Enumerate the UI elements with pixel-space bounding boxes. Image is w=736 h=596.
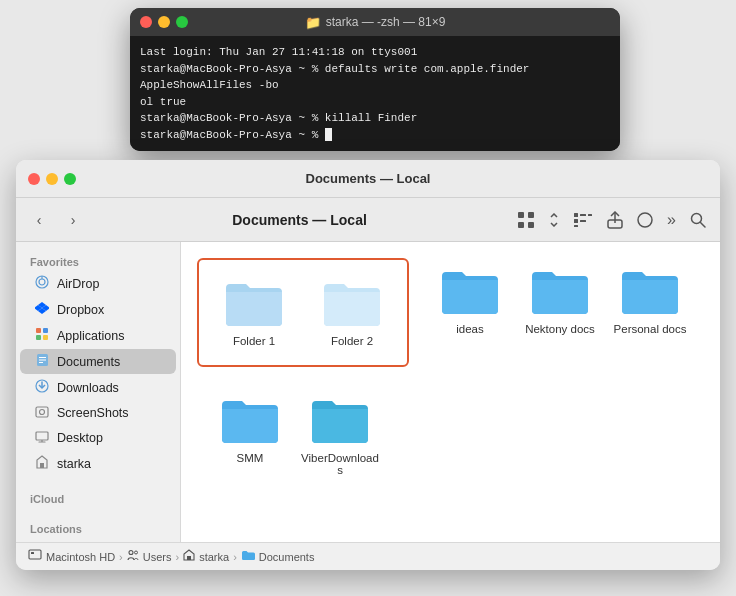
forward-button[interactable]: › xyxy=(60,207,86,233)
sidebar-item-documents[interactable]: Documents xyxy=(20,349,176,374)
search-icon[interactable] xyxy=(686,208,710,232)
desktop-label: Desktop xyxy=(57,431,103,445)
finder-zoom-btn[interactable] xyxy=(64,173,76,185)
desktop-icon xyxy=(34,430,50,446)
svg-rect-40 xyxy=(31,552,34,554)
documents-label: Documents xyxy=(57,355,120,369)
selection-group: Folder 1 Folder 2 xyxy=(197,258,409,367)
terminal-minimize-btn[interactable] xyxy=(158,16,170,28)
sidebar-item-downloads[interactable]: Downloads xyxy=(20,375,176,400)
folder1-label: Folder 1 xyxy=(233,335,275,347)
sidebar-item-starka[interactable]: starka xyxy=(20,451,176,476)
sidebar-item-applications[interactable]: Applications xyxy=(20,323,176,348)
terminal-line-2: starka@MacBook-Pro-Asya ~ % defaults wri… xyxy=(140,61,610,94)
more-icon[interactable]: » xyxy=(663,207,680,233)
terminal-folder-icon: 📁 xyxy=(305,15,321,30)
breadcrumb-documents[interactable]: Documents xyxy=(241,549,315,564)
airdrop-icon xyxy=(34,275,50,292)
finder-window: Documents — Local ‹ › Documents — Local … xyxy=(16,160,720,570)
terminal-body[interactable]: Last login: Thu Jan 27 11:41:18 on ttys0… xyxy=(130,36,620,151)
folder2-icon xyxy=(322,278,382,330)
finder-toolbar: ‹ › Documents — Local » xyxy=(16,198,720,242)
applications-icon xyxy=(34,327,50,344)
view-chevron[interactable] xyxy=(545,209,563,231)
sidebar: Favorites AirDrop Dropbox Applications xyxy=(16,242,181,542)
folder2-label: Folder 2 xyxy=(331,335,373,347)
favorites-label: Favorites xyxy=(16,250,180,270)
nektony-label: Nektony docs xyxy=(525,323,595,335)
folder-item-personal[interactable]: Personal docs xyxy=(605,258,695,343)
svg-rect-1 xyxy=(528,212,534,218)
downloads-icon xyxy=(34,379,50,396)
terminal-line-1: Last login: Thu Jan 27 11:41:18 on ttys0… xyxy=(140,44,610,61)
view-icon-grid[interactable] xyxy=(513,207,539,233)
breadcrumb-starka[interactable]: starka xyxy=(183,549,229,564)
breadcrumb-users[interactable]: Users xyxy=(127,549,172,564)
svg-rect-22 xyxy=(43,328,48,333)
svg-rect-23 xyxy=(36,335,41,340)
finder-close-btn[interactable] xyxy=(28,173,40,185)
svg-rect-24 xyxy=(43,335,48,340)
hd-label: Macintosh HD xyxy=(46,551,115,563)
tag-icon[interactable] xyxy=(633,208,657,232)
applications-label: Applications xyxy=(57,329,124,343)
folder-item-ideas[interactable]: ideas xyxy=(425,258,515,343)
file-row-1: Folder 1 Folder 2 xyxy=(197,258,704,379)
svg-rect-8 xyxy=(580,220,586,222)
folder-item-folder2[interactable]: Folder 2 xyxy=(307,270,397,355)
file-area: Folder 1 Folder 2 xyxy=(181,242,720,542)
sidebar-item-desktop[interactable]: Desktop xyxy=(20,426,176,450)
group-icon[interactable] xyxy=(569,208,597,232)
starka-icon xyxy=(34,455,50,472)
file-row-2: SMM ViberDownloads xyxy=(197,387,704,484)
finder-body: Favorites AirDrop Dropbox Applications xyxy=(16,242,720,542)
sidebar-item-screenshots[interactable]: ScreenShots xyxy=(20,401,176,425)
svg-point-11 xyxy=(638,213,652,227)
dropbox-label: Dropbox xyxy=(57,303,104,317)
svg-rect-0 xyxy=(518,212,524,218)
users-icon xyxy=(127,549,139,564)
folder-item-nektony[interactable]: Nektony docs xyxy=(515,258,605,343)
svg-line-13 xyxy=(701,222,706,227)
ideas-icon xyxy=(440,266,500,318)
sidebar-item-airdrop[interactable]: AirDrop xyxy=(20,271,176,296)
toolbar-icons: » xyxy=(513,207,710,233)
hd-icon xyxy=(28,549,42,564)
terminal-window: 📁 starka — -zsh — 81×9 Last login: Thu J… xyxy=(130,8,620,151)
breadcrumb-hd[interactable]: Macintosh HD xyxy=(28,549,115,564)
screenshots-icon xyxy=(34,405,50,421)
sep1: › xyxy=(119,551,123,563)
screenshots-label: ScreenShots xyxy=(57,406,129,420)
svg-rect-7 xyxy=(580,214,586,216)
breadcrumb-bar: Macintosh HD › Users › starka › Document… xyxy=(16,542,720,570)
dropbox-icon xyxy=(34,301,50,318)
folder-item-folder1[interactable]: Folder 1 xyxy=(209,270,299,355)
terminal-close-btn[interactable] xyxy=(140,16,152,28)
folder-item-viber[interactable]: ViberDownloads xyxy=(295,387,385,484)
svg-point-42 xyxy=(134,551,137,554)
viber-label: ViberDownloads xyxy=(299,452,381,476)
svg-point-41 xyxy=(129,551,133,555)
terminal-line-5: starka@MacBook-Pro-Asya ~ % xyxy=(140,127,610,144)
svg-rect-33 xyxy=(36,432,48,440)
sidebar-item-dropbox[interactable]: Dropbox xyxy=(20,297,176,322)
nektony-icon xyxy=(530,266,590,318)
svg-rect-4 xyxy=(574,213,578,217)
svg-rect-5 xyxy=(574,219,578,223)
terminal-line-4: starka@MacBook-Pro-Asya ~ % killall Find… xyxy=(140,110,610,127)
locations-label: Locations xyxy=(16,517,180,537)
svg-rect-21 xyxy=(36,328,41,333)
users-label: Users xyxy=(143,551,172,563)
back-button[interactable]: ‹ xyxy=(26,207,52,233)
terminal-zoom-btn[interactable] xyxy=(176,16,188,28)
smm-label: SMM xyxy=(237,452,264,464)
toolbar-path-label: Documents — Local xyxy=(232,212,367,228)
folder-item-smm[interactable]: SMM xyxy=(205,387,295,472)
svg-rect-36 xyxy=(40,463,44,468)
terminal-line-3: ol true xyxy=(140,94,610,111)
share-icon[interactable] xyxy=(603,207,627,233)
sep3: › xyxy=(233,551,237,563)
folder1-icon xyxy=(224,278,284,330)
documents-bc-label: Documents xyxy=(259,551,315,563)
finder-minimize-btn[interactable] xyxy=(46,173,58,185)
